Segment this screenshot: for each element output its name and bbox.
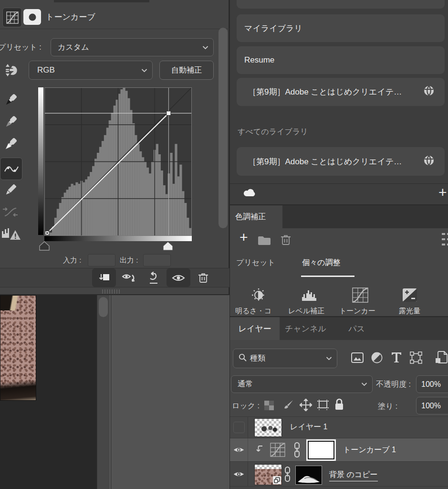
lock-paint-icon[interactable] bbox=[282, 399, 294, 413]
auto-correct-button[interactable]: 自動補正 bbox=[159, 61, 214, 80]
fill-field[interactable]: 100% bbox=[416, 397, 448, 415]
output-label: 出力 : bbox=[120, 256, 138, 265]
histogram-bar bbox=[87, 176, 90, 235]
layer-name[interactable]: レイヤー 1 bbox=[290, 422, 327, 432]
black-point-slider[interactable] bbox=[39, 241, 50, 253]
clip-to-layer-button[interactable] bbox=[92, 268, 116, 287]
panel-resize-grip[interactable] bbox=[102, 289, 121, 294]
library-card-partial[interactable] bbox=[237, 0, 445, 9]
tab-single-adjustments[interactable]: 個々の調整 bbox=[302, 258, 340, 268]
smooth-curve-icon bbox=[2, 204, 19, 220]
filter-adjustment-layers-icon[interactable] bbox=[371, 352, 383, 365]
curve-point-handle[interactable] bbox=[167, 111, 171, 116]
filter-type-layers-icon[interactable] bbox=[391, 352, 402, 365]
library-card[interactable]: マイライブラリ bbox=[237, 14, 445, 42]
channel-select[interactable]: RGB bbox=[29, 61, 153, 80]
tab-paths[interactable]: パス bbox=[348, 323, 365, 334]
histogram-bar bbox=[90, 172, 92, 235]
opacity-label: 不透明度 : bbox=[376, 380, 411, 390]
output-field[interactable] bbox=[143, 254, 171, 266]
histogram-bar bbox=[127, 98, 130, 235]
search-icon bbox=[239, 353, 247, 363]
layer-name[interactable]: トーンカーブ 1 bbox=[343, 445, 396, 455]
filter-shape-layers-icon[interactable] bbox=[410, 351, 422, 366]
curves-icon[interactable] bbox=[352, 287, 368, 305]
lock-all-icon[interactable] bbox=[334, 398, 344, 413]
canvas-scrollbar-track[interactable] bbox=[97, 295, 111, 489]
blend-mode-select[interactable]: 通常 bbox=[231, 375, 373, 393]
view-previous-state-button[interactable] bbox=[117, 268, 141, 287]
curves-adjustment-icon[interactable] bbox=[270, 443, 285, 459]
layer-row-3[interactable]: 背景 のコピー bbox=[230, 462, 448, 487]
layer-thumbnail[interactable] bbox=[254, 418, 282, 437]
mask-link-icon[interactable] bbox=[293, 442, 301, 459]
exposure-icon[interactable] bbox=[402, 288, 417, 304]
lock-artboard-icon[interactable] bbox=[317, 399, 329, 413]
layer-row-2-selected[interactable]: トーンカーブ 1 bbox=[230, 438, 448, 462]
gray-eyedropper-icon[interactable] bbox=[2, 114, 19, 131]
library-card[interactable]: ［第9期］Adobe ことはじめクリエイテ… bbox=[237, 147, 445, 176]
layer-filter-select[interactable]: 種類 bbox=[233, 349, 337, 368]
tab-layers-label: レイヤー bbox=[238, 323, 271, 334]
reset-button[interactable] bbox=[142, 268, 166, 287]
tab-presets[interactable]: プリセット bbox=[236, 258, 275, 268]
tab-channels[interactable]: チャンネル bbox=[285, 323, 326, 334]
layer-row-1[interactable]: レイヤー 1 bbox=[230, 416, 448, 438]
folder-icon[interactable] bbox=[257, 235, 271, 248]
curves-label[interactable]: トーンカー bbox=[339, 307, 375, 316]
add-adjustment-icon[interactable]: + bbox=[240, 229, 248, 245]
targeted-adjustment-icon[interactable] bbox=[4, 61, 21, 81]
brightness-contrast-label[interactable]: 明るさ・コ bbox=[235, 307, 271, 316]
histogram-bar bbox=[142, 157, 144, 235]
right-dock: マイライブラリ Resume ［第9期］Adobe ことはじめクリエイテ… すべ… bbox=[229, 0, 448, 489]
histogram-bar bbox=[97, 153, 99, 235]
lock-label: ロック : bbox=[232, 401, 260, 411]
black-eyedropper-icon[interactable] bbox=[2, 92, 19, 109]
exposure-label[interactable]: 露光量 bbox=[399, 307, 420, 316]
lock-position-icon[interactable] bbox=[300, 399, 312, 413]
input-label: 入力 : bbox=[63, 256, 81, 265]
mask-link-icon[interactable] bbox=[284, 467, 291, 484]
histogram-bar bbox=[167, 173, 170, 235]
white-eyedropper-icon[interactable] bbox=[2, 136, 19, 153]
panel-options-icon[interactable] bbox=[442, 232, 448, 250]
library-card[interactable]: ［第9期］Adobe ことはじめクリエイテ… bbox=[237, 78, 445, 106]
library-card[interactable]: Resume bbox=[237, 46, 445, 74]
opacity-field[interactable]: 100% bbox=[416, 375, 448, 393]
library-card-label: ［第9期］Adobe ことはじめクリエイテ… bbox=[248, 156, 402, 167]
layer-name-clip-base[interactable]: 背景 のコピー bbox=[329, 470, 378, 481]
tab-adjustments[interactable]: 色調補正 bbox=[230, 205, 282, 228]
filter-pixel-layers-icon[interactable] bbox=[351, 352, 364, 365]
histogram-warning-icon[interactable] bbox=[1, 224, 21, 241]
visibility-toggle-on[interactable] bbox=[230, 462, 248, 486]
cloud-sync-icon[interactable] bbox=[243, 188, 257, 199]
visibility-button[interactable] bbox=[167, 268, 190, 287]
pencil-tool-icon[interactable] bbox=[3, 182, 18, 198]
add-library-button[interactable]: + bbox=[438, 184, 447, 201]
visibility-toggle-on[interactable] bbox=[230, 438, 248, 461]
channel-value: RGB bbox=[37, 65, 55, 75]
input-field[interactable] bbox=[88, 254, 115, 266]
delete-button[interactable] bbox=[191, 268, 215, 287]
curve-grid[interactable] bbox=[44, 87, 192, 236]
layer-thumbnail[interactable] bbox=[254, 464, 282, 485]
visibility-toggle-empty[interactable] bbox=[230, 417, 248, 438]
mask-button[interactable] bbox=[23, 9, 41, 25]
levels-icon[interactable] bbox=[301, 288, 319, 304]
histogram-bar bbox=[146, 168, 149, 235]
curve-point-tool[interactable] bbox=[0, 158, 22, 180]
filter-smart-objects-icon[interactable] bbox=[435, 351, 448, 366]
histogram-bar bbox=[179, 165, 182, 235]
tab-layers[interactable]: レイヤー bbox=[230, 317, 280, 340]
properties-scrollbar-thumb[interactable] bbox=[219, 28, 228, 228]
lock-transparency-icon[interactable] bbox=[264, 400, 274, 413]
preset-select[interactable]: カスタム bbox=[51, 38, 214, 56]
layer-mask-thumbnail-selected[interactable] bbox=[306, 439, 336, 461]
brightness-contrast-icon[interactable] bbox=[250, 287, 267, 305]
levels-label[interactable]: レベル補正 bbox=[288, 307, 324, 316]
histogram-bar bbox=[139, 151, 142, 235]
canvas-scrollbar-thumb[interactable] bbox=[99, 297, 108, 317]
layer-mask-thumbnail[interactable] bbox=[295, 466, 322, 485]
trash-icon[interactable] bbox=[281, 234, 291, 248]
white-point-slider[interactable] bbox=[163, 241, 173, 253]
